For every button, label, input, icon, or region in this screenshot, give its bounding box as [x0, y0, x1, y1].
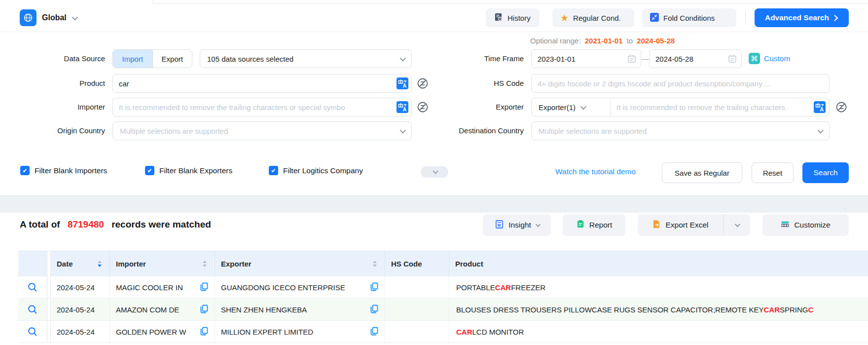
filter-blank-importers-checkbox[interactable]: ✔ Filter Blank Importers — [20, 166, 107, 175]
cell-importer: AMAZON COM DE — [110, 299, 215, 320]
fixed-column-divider — [47, 321, 51, 343]
cell-product: BLOUSES DRESS TROUSERS PILLOWCASE RUGS S… — [449, 299, 868, 320]
regular-cond-button[interactable]: ★ Regular Cond. — [552, 8, 634, 27]
header-importer-label: Importer — [116, 260, 146, 268]
header-date[interactable]: Date — [51, 251, 110, 276]
calendar-icon[interactable] — [627, 54, 636, 65]
exporter-name[interactable]: GUANGDONG ICECO ENTERPRISE — [221, 283, 345, 292]
data-sources-select[interactable]: 105 data sources selected — [200, 49, 412, 68]
customize-label: Customize — [794, 221, 830, 230]
history-label: History — [507, 14, 531, 22]
row-detail-search-button[interactable] — [18, 276, 47, 298]
date-range-dash: — — [641, 49, 649, 68]
copy-icon[interactable] — [200, 282, 208, 293]
destination-country-select[interactable]: Multiple selections are supported — [531, 121, 830, 140]
filter-logistics-company-checkbox[interactable]: ✔ Filter Logitics Company — [269, 166, 363, 175]
importer-input[interactable] — [112, 98, 412, 116]
cell-exporter: MILLION EXPERT LIMITED — [215, 321, 385, 343]
exporter-label: Exporter — [425, 98, 524, 116]
copy-icon[interactable] — [200, 327, 208, 337]
sort-icons-exporter[interactable] — [373, 261, 377, 267]
checkbox-checked-icon: ✔ — [20, 166, 30, 175]
importer-label: Importer — [6, 98, 105, 116]
region-selector[interactable]: Global — [20, 9, 76, 26]
table-header-row: Date Importer Exporter HS Code Product — [18, 251, 868, 276]
chevron-down-icon — [536, 222, 541, 227]
data-source-import-tab[interactable]: Import — [113, 50, 152, 68]
custom-range-button[interactable]: ⌘ Custom — [749, 53, 790, 64]
topbar: Global History ★ Regular Cond. Fold Cond… — [0, 4, 868, 32]
fixed-column-divider — [47, 299, 51, 320]
importer-name[interactable]: GOLDEN POWER W — [116, 328, 186, 336]
globe-icon — [20, 9, 36, 26]
header-exporter[interactable]: Exporter — [215, 251, 385, 276]
product-text: PORTABLE — [456, 283, 495, 292]
cell-hs-code — [385, 299, 449, 320]
translate-icon[interactable] — [397, 101, 408, 115]
product-field — [112, 74, 412, 93]
advanced-search-button[interactable]: Advanced Search — [755, 8, 849, 27]
translate-icon[interactable] — [814, 101, 826, 115]
exporter-field: Exporter(1) — [531, 98, 830, 116]
report-button[interactable]: Report — [563, 214, 625, 236]
calendar-icon[interactable] — [728, 54, 737, 65]
sort-icons-date[interactable] — [98, 261, 102, 267]
history-button[interactable]: History — [486, 8, 540, 27]
importer-name[interactable]: MAGIC COOLER IN — [116, 283, 183, 292]
header-search-column — [18, 251, 47, 276]
cell-date: 2024-05-24 — [51, 276, 110, 298]
row-detail-search-button[interactable] — [18, 321, 47, 343]
filter-blank-exporters-checkbox[interactable]: ✔ Filter Blank Exporters — [145, 166, 232, 175]
data-source-toggle: Import Export — [112, 49, 192, 68]
collapse-form-button[interactable] — [421, 166, 448, 178]
search-button[interactable]: Search — [802, 162, 849, 183]
translate-icon[interactable] — [397, 77, 408, 91]
tutorial-link[interactable]: Watch the tutorial demo — [555, 167, 636, 176]
exporter-type-select[interactable]: Exporter(1) — [532, 98, 611, 116]
reset-button[interactable]: Reset — [752, 162, 794, 183]
row-detail-search-button[interactable] — [18, 299, 47, 320]
date-start-input[interactable] — [531, 49, 641, 68]
export-options-button[interactable] — [723, 214, 750, 236]
sort-asc-icon — [98, 261, 102, 263]
copy-icon[interactable] — [200, 305, 208, 315]
chevron-down-icon — [818, 127, 824, 133]
hs-code-field — [531, 74, 830, 93]
custom-label: Custom — [764, 54, 790, 63]
table-row: 2024-05-24AMAZON COM DESHEN ZHEN HENGKEB… — [18, 299, 868, 321]
advanced-search-label: Advanced Search — [765, 13, 829, 22]
save-as-regular-button[interactable]: Save as Regular — [662, 162, 742, 183]
product-text: LCD MONITOR — [472, 328, 524, 336]
insight-button[interactable]: BI Insight — [483, 214, 551, 236]
customize-button[interactable]: Customize — [762, 214, 849, 236]
checkbox-checked-icon: ✔ — [145, 166, 154, 175]
header-hs-code: HS Code — [385, 251, 449, 276]
checkbox-checked-icon: ✔ — [269, 166, 278, 175]
exporter-input[interactable] — [611, 103, 829, 112]
hs-code-input[interactable] — [531, 74, 830, 93]
date-start-field — [531, 49, 641, 68]
fixed-column-divider — [47, 276, 51, 298]
data-source-export-tab[interactable]: Export — [152, 50, 192, 68]
cell-product: CAR LCD MONITOR — [449, 321, 868, 343]
optional-range-start: 2021-01-01 — [585, 37, 623, 45]
export-excel-button[interactable]: Export Excel — [638, 214, 723, 236]
exporter-name[interactable]: MILLION EXPERT LIMITED — [221, 328, 313, 336]
product-input[interactable] — [112, 74, 412, 93]
sort-icons-importer[interactable] — [203, 261, 207, 267]
copy-icon[interactable] — [370, 305, 378, 315]
exporter-name[interactable]: SHEN ZHEN HENGKEBA — [221, 306, 307, 314]
optional-range-label: Optional range: — [530, 37, 581, 45]
filter-label: Filter Blank Exporters — [159, 166, 232, 175]
exclude-filter-icon[interactable] — [835, 101, 847, 115]
copy-icon[interactable] — [370, 327, 378, 337]
header-importer[interactable]: Importer — [110, 251, 215, 276]
importer-name[interactable]: AMAZON COM DE — [116, 306, 179, 314]
product-keyword-highlight: CAR — [456, 328, 472, 336]
header-product-label: Product — [455, 260, 483, 268]
fold-conditions-button[interactable]: Fold Conditions — [642, 8, 736, 27]
origin-country-select[interactable]: Multiple selections are supported — [112, 121, 412, 140]
record-count: 8719480 — [68, 219, 104, 230]
copy-icon[interactable] — [370, 282, 378, 293]
product-text: SPRING — [780, 306, 808, 314]
